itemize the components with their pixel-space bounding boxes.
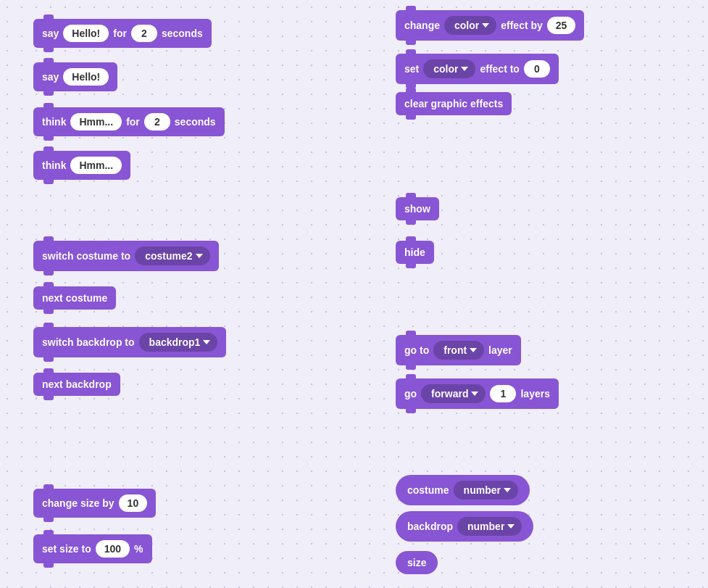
layer-position-dropdown[interactable]: front xyxy=(433,341,484,360)
switch-costume-label: switch costume to xyxy=(42,250,130,262)
layer-label: layer xyxy=(488,344,512,356)
seconds-label: seconds xyxy=(162,28,203,39)
go-direction-dropdown[interactable]: forward xyxy=(421,384,486,403)
set-dropdown-arrow xyxy=(461,67,468,71)
go-to-front-layer-block[interactable]: go to front layer xyxy=(396,335,521,365)
size-reporter[interactable]: size xyxy=(396,551,438,574)
think-hmm-input2[interactable]: Hmm... xyxy=(70,157,122,174)
say-hello-input[interactable]: Hello! xyxy=(63,25,109,42)
backdrop-reporter-label: backdrop xyxy=(407,521,453,532)
blocks-workspace: say Hello! for 2 seconds say Hello! thin… xyxy=(0,0,708,588)
think-hmm-input[interactable]: Hmm... xyxy=(70,113,122,131)
backdrop-num-dropdown[interactable]: number xyxy=(457,517,522,536)
say-label2: say xyxy=(42,71,59,83)
backdrop-dropdown[interactable]: backdrop1 xyxy=(139,333,218,352)
costume-reporter-label: costume xyxy=(407,484,449,496)
costume-dropdown[interactable]: costume2 xyxy=(135,247,209,265)
costume-number-reporter[interactable]: costume number xyxy=(396,475,530,505)
think-label: think xyxy=(42,116,66,128)
layer-dropdown-arrow xyxy=(470,348,477,352)
next-backdrop-block[interactable]: next backdrop xyxy=(33,373,120,396)
say-hello-input2[interactable]: Hello! xyxy=(63,68,109,86)
costume-dropdown-arrow xyxy=(196,254,203,258)
say-hello-for-seconds-block[interactable]: say Hello! for 2 seconds xyxy=(33,19,212,48)
think-for-label: for xyxy=(126,116,140,128)
set-effect-value-input[interactable]: 0 xyxy=(524,60,550,78)
switch-backdrop-block[interactable]: switch backdrop to backdrop1 xyxy=(33,327,226,357)
set-label: set xyxy=(404,63,419,75)
backdrop-number-reporter[interactable]: backdrop number xyxy=(396,511,533,542)
go-label: go xyxy=(404,388,417,399)
layers-label: layers xyxy=(520,388,549,399)
think-hmm-block[interactable]: think Hmm... xyxy=(33,151,130,180)
set-size-block[interactable]: set size to 100 % xyxy=(33,534,152,563)
think-seconds-input[interactable]: 2 xyxy=(144,113,170,131)
think-hmm-for-seconds-block[interactable]: think Hmm... for 2 seconds xyxy=(33,107,225,136)
effect-by-label: effect by xyxy=(501,20,543,31)
next-costume-block[interactable]: next costume xyxy=(33,286,116,310)
go-dropdown-arrow xyxy=(471,392,478,396)
hide-label: hide xyxy=(404,247,425,258)
next-costume-label: next costume xyxy=(42,292,107,304)
effect-type-dropdown[interactable]: color xyxy=(444,16,496,35)
for-label: for xyxy=(113,28,127,39)
costume-num-dropdown[interactable]: number xyxy=(454,481,518,500)
change-label: change xyxy=(404,20,440,31)
think-seconds-label: seconds xyxy=(175,116,216,128)
effect-to-label: effect to xyxy=(480,63,519,75)
switch-backdrop-label: switch backdrop to xyxy=(42,336,135,348)
set-size-input[interactable]: 100 xyxy=(96,540,130,558)
next-backdrop-label: next backdrop xyxy=(42,378,112,390)
clear-graphic-effects-block[interactable]: clear graphic effects xyxy=(396,92,512,115)
backdrop-num-arrow xyxy=(507,524,515,529)
change-size-block[interactable]: change size by 10 xyxy=(33,489,156,518)
say-seconds-input[interactable]: 2 xyxy=(131,25,157,42)
size-reporter-label: size xyxy=(407,557,426,568)
change-color-effect-block[interactable]: change color effect by 25 xyxy=(396,10,584,41)
change-size-input[interactable]: 10 xyxy=(119,494,148,512)
switch-costume-block[interactable]: switch costume to costume2 xyxy=(33,241,219,271)
go-layers-input[interactable]: 1 xyxy=(490,385,516,402)
dropdown-arrow xyxy=(482,23,489,28)
effect-value-input[interactable]: 25 xyxy=(547,17,576,34)
set-size-label: set size to xyxy=(42,543,91,555)
show-block[interactable]: show xyxy=(396,197,439,220)
go-to-label: go to xyxy=(404,344,429,356)
clear-effects-label: clear graphic effects xyxy=(404,98,503,109)
percent-label: % xyxy=(134,543,143,555)
set-effect-type-dropdown[interactable]: color xyxy=(423,59,475,78)
set-color-effect-block[interactable]: set color effect to 0 xyxy=(396,54,559,84)
say-label: say xyxy=(42,28,59,39)
go-forward-layers-block[interactable]: go forward 1 layers xyxy=(396,378,559,409)
hide-block[interactable]: hide xyxy=(396,241,434,264)
backdrop-dropdown-arrow xyxy=(203,340,210,344)
say-hello-block[interactable]: say Hello! xyxy=(33,62,117,91)
change-size-label: change size by xyxy=(42,497,114,509)
show-label: show xyxy=(404,203,430,215)
think-label2: think xyxy=(42,160,66,171)
costume-num-arrow xyxy=(504,488,511,492)
